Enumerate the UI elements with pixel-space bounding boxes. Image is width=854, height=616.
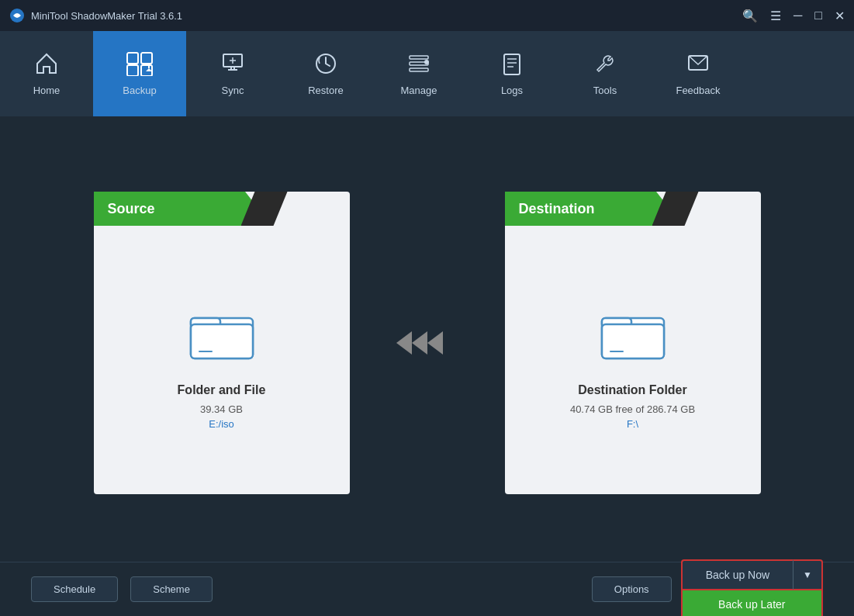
- dest-name: Destination Folder: [578, 383, 686, 397]
- sync-icon: [220, 51, 245, 80]
- scheme-button[interactable]: Scheme: [130, 576, 213, 602]
- nav-backup-label: Backup: [123, 85, 156, 96]
- dest-folder-icon: [598, 303, 668, 368]
- svg-rect-18: [191, 324, 253, 358]
- nav-item-backup[interactable]: Backup: [93, 31, 186, 116]
- menu-icon[interactable]: ☰: [770, 9, 781, 23]
- nav-item-tools[interactable]: Tools: [558, 31, 652, 116]
- backup-now-row: Back up Now ▼: [681, 559, 823, 590]
- svg-rect-3: [127, 65, 138, 76]
- source-path: E:/iso: [209, 418, 234, 430]
- svg-rect-9: [410, 68, 428, 71]
- feedback-icon: [686, 51, 711, 80]
- source-size: 39.34 GB: [200, 403, 243, 415]
- main-content: Source Folder and File 39.34 GB E:/iso D…: [0, 116, 854, 562]
- dest-label: Destination: [519, 201, 595, 217]
- home-icon: [34, 51, 59, 80]
- nav-item-feedback[interactable]: Feedback: [652, 31, 745, 116]
- nav-tools-label: Tools: [593, 85, 617, 96]
- minimize-icon[interactable]: ─: [793, 9, 802, 22]
- svg-rect-2: [141, 53, 152, 64]
- options-button[interactable]: Options: [592, 576, 672, 602]
- close-icon[interactable]: ✕: [835, 9, 845, 23]
- app-title: MiniTool ShadowMaker Trial 3.6.1: [31, 10, 182, 22]
- nav-restore-label: Restore: [308, 85, 344, 96]
- svg-rect-11: [504, 54, 520, 74]
- backup-button-group: Back up Now ▼ Back up Later: [681, 559, 823, 617]
- nav-item-home[interactable]: Home: [0, 31, 93, 116]
- nav-item-sync[interactable]: Sync: [186, 31, 279, 116]
- backup-now-button[interactable]: Back up Now: [681, 559, 793, 590]
- bottom-bar: Schedule Scheme Options Back up Now ▼ Ba…: [0, 562, 854, 616]
- dest-path: F:\: [627, 418, 638, 430]
- nav-bar: Home Backup Sync: [0, 31, 854, 116]
- flow-arrows: [396, 324, 458, 362]
- svg-point-10: [424, 60, 429, 64]
- title-bar-controls: 🔍 ☰ ─ □ ✕: [742, 9, 845, 23]
- nav-logs-label: Logs: [501, 85, 523, 96]
- arrow-container: [396, 324, 458, 362]
- restore-icon: [313, 51, 338, 80]
- svg-rect-19: [199, 351, 213, 352]
- nav-manage-label: Manage: [401, 85, 437, 96]
- maximize-icon[interactable]: □: [814, 9, 822, 22]
- schedule-button[interactable]: Schedule: [31, 576, 118, 602]
- title-bar: MiniTool ShadowMaker Trial 3.6.1 🔍 ☰ ─ □…: [0, 0, 854, 31]
- svg-rect-7: [410, 56, 428, 59]
- logs-icon: [500, 51, 524, 80]
- bottom-left-buttons: Schedule Scheme: [31, 576, 213, 602]
- search-icon[interactable]: 🔍: [742, 9, 758, 23]
- source-label: Source: [108, 201, 155, 217]
- nav-item-restore[interactable]: Restore: [279, 31, 372, 116]
- manage-icon: [406, 51, 431, 80]
- nav-feedback-label: Feedback: [676, 85, 720, 96]
- destination-panel[interactable]: Destination Destination Folder 40.74 GB …: [505, 192, 761, 494]
- app-logo: [9, 8, 25, 23]
- bottom-right-buttons: Options Back up Now ▼ Back up Later: [592, 559, 823, 617]
- source-folder-icon: [187, 303, 257, 368]
- nav-home-label: Home: [33, 85, 61, 96]
- title-bar-left: MiniTool ShadowMaker Trial 3.6.1: [9, 8, 182, 23]
- source-name: Folder and File: [178, 383, 266, 397]
- svg-rect-1: [127, 53, 138, 64]
- nav-sync-label: Sync: [222, 85, 244, 96]
- svg-rect-22: [602, 324, 664, 358]
- tools-icon: [593, 51, 617, 80]
- nav-item-manage[interactable]: Manage: [372, 31, 465, 116]
- backup-later-button[interactable]: Back up Later: [681, 590, 823, 617]
- source-panel[interactable]: Source Folder and File 39.34 GB E:/iso: [94, 192, 350, 494]
- nav-item-logs[interactable]: Logs: [465, 31, 558, 116]
- backup-icon: [126, 51, 154, 80]
- dest-size: 40.74 GB free of 286.74 GB: [570, 403, 695, 415]
- svg-rect-23: [610, 351, 624, 352]
- backup-dropdown-button[interactable]: ▼: [793, 559, 823, 590]
